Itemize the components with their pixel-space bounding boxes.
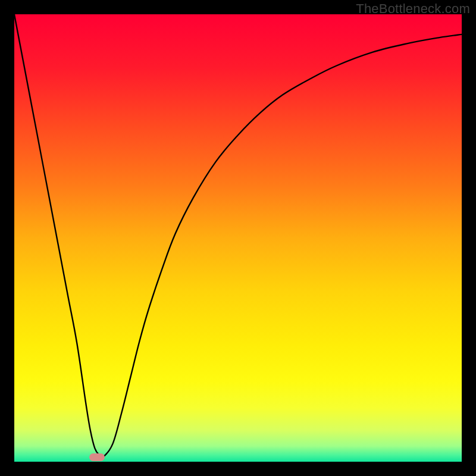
chart-canvas [14, 14, 462, 462]
watermark-text: TheBottleneck.com [356, 1, 470, 17]
plot-area [14, 14, 462, 462]
gradient-background [14, 14, 462, 462]
optimal-marker [89, 453, 105, 461]
chart-frame: TheBottleneck.com [0, 0, 476, 476]
